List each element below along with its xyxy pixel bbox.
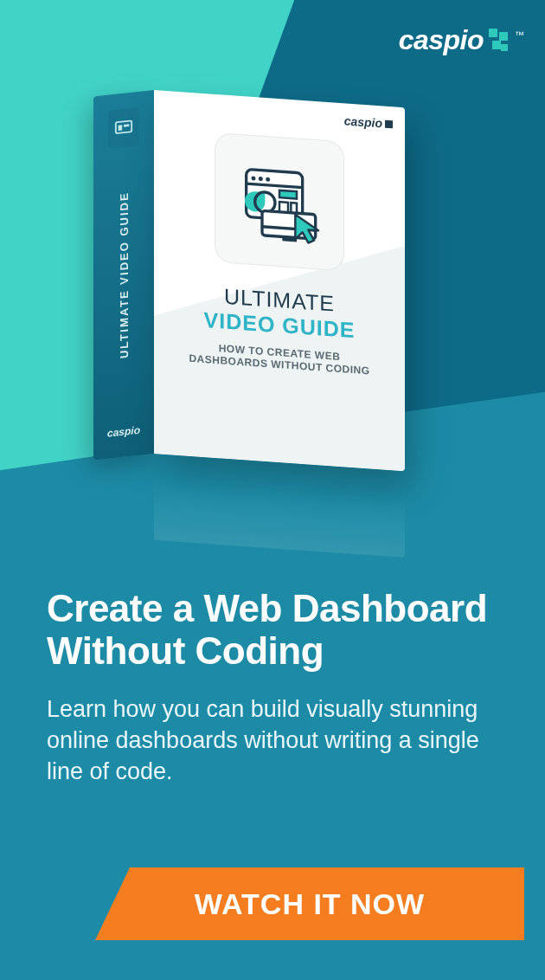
box-front-text: ULTIMATE VIDEO GUIDE HOW TO CREATE WEB D… [154, 279, 405, 379]
ad-copy: Create a Web Dashboard Without Coding Le… [47, 587, 498, 788]
spine-title: ULTIMATE VIDEO GUIDE [118, 191, 131, 359]
body-text: Learn how you can build visually stunnin… [47, 693, 498, 788]
box-spine: ULTIMATE VIDEO GUIDE caspio [93, 90, 154, 460]
spine-dashboard-icon [108, 107, 139, 149]
box-reflection [154, 454, 405, 558]
trademark-symbol: ™ [515, 29, 524, 40]
svg-rect-1 [119, 125, 123, 131]
spine-logo: caspio [107, 424, 140, 440]
cta-label: WATCH IT NOW [195, 887, 425, 921]
brand-name: caspio [399, 24, 484, 56]
watch-now-button[interactable]: WATCH IT NOW [95, 867, 524, 940]
brand-glyph-icon [489, 29, 510, 53]
headline: Create a Web Dashboard Without Coding [47, 587, 498, 673]
product-box: ULTIMATE VIDEO GUIDE caspio caspio [93, 90, 414, 471]
box-front: caspio [154, 90, 405, 471]
dashboard-cursor-icon [215, 132, 344, 271]
box-front-logo-text: caspio [344, 113, 382, 130]
box-front-glyph-icon [385, 119, 393, 128]
box-front-logo: caspio [344, 113, 393, 131]
promo-banner: caspio ™ ULTIMATE VIDEO GUIDE caspio cas… [0, 0, 545, 980]
brand-logo: caspio ™ [399, 24, 524, 56]
svg-rect-2 [124, 124, 129, 126]
svg-rect-0 [116, 120, 131, 133]
